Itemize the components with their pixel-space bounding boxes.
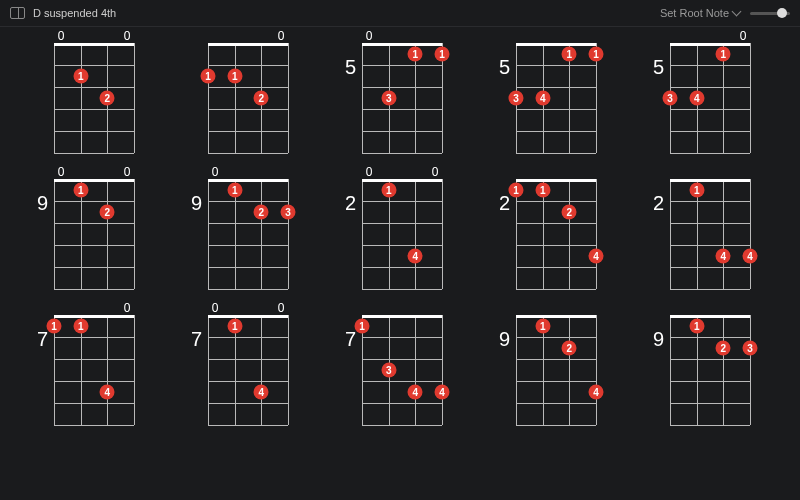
- open-string-indicator: [230, 301, 244, 315]
- finger-dot: 1: [689, 183, 704, 198]
- chord-diagram[interactable]: 9124: [492, 315, 616, 425]
- open-string-indicator: [714, 29, 728, 43]
- open-string-row: 0: [208, 29, 288, 43]
- open-string-indicator: [98, 29, 112, 43]
- finger-dot: 4: [535, 91, 550, 106]
- open-string-indicator: 0: [208, 165, 222, 179]
- finger-dot: 3: [381, 363, 396, 378]
- fret-position-label: 9: [492, 315, 516, 349]
- chord-diagram[interactable]: 70114: [30, 315, 154, 425]
- finger-dot: 2: [254, 91, 269, 106]
- chord-diagram[interactable]: 0112: [184, 43, 308, 153]
- chord-diagram[interactable]: 0012: [30, 43, 154, 153]
- finger-dot: 1: [355, 319, 370, 334]
- open-string-indicator: 0: [274, 29, 288, 43]
- fretboard: 0014: [362, 179, 442, 289]
- fretboard: 0114: [54, 315, 134, 425]
- open-string-indicator: [252, 29, 266, 43]
- open-string-indicator: [670, 29, 684, 43]
- zoom-slider[interactable]: [750, 12, 790, 15]
- fret-position-label: 2: [338, 179, 362, 213]
- finger-dot: 1: [689, 319, 704, 334]
- header-right: Set Root Note: [660, 7, 790, 19]
- finger-dot: 4: [408, 249, 423, 264]
- finger-dot: 4: [743, 249, 758, 264]
- open-string-indicator: 0: [428, 165, 442, 179]
- finger-dot: 1: [381, 183, 396, 198]
- open-string-indicator: 0: [736, 29, 750, 43]
- open-string-indicator: [384, 29, 398, 43]
- finger-dot: 1: [47, 319, 62, 334]
- open-string-indicator: [98, 165, 112, 179]
- finger-dot: 2: [716, 341, 731, 356]
- fret-position-label: 5: [492, 43, 516, 77]
- fretboard: 0112: [208, 43, 288, 153]
- open-string-indicator: [692, 29, 706, 43]
- chord-diagram[interactable]: 90123: [184, 179, 308, 289]
- chord-diagram[interactable]: 2144: [646, 179, 770, 289]
- finger-dot: 4: [254, 385, 269, 400]
- chord-diagram[interactable]: 20014: [338, 179, 462, 289]
- finger-dot: 2: [100, 91, 115, 106]
- fret-position-label: 5: [338, 43, 362, 77]
- set-root-note-label: Set Root Note: [660, 7, 729, 19]
- finger-dot: 1: [73, 319, 88, 334]
- fret-position-label: 2: [646, 179, 670, 213]
- fretboard: 0134: [670, 43, 750, 153]
- open-string-row: 0: [362, 29, 442, 43]
- finger-dot: 1: [509, 183, 524, 198]
- fretboard: 0014: [208, 315, 288, 425]
- chord-diagram[interactable]: 90012: [30, 179, 154, 289]
- open-string-indicator: [428, 29, 442, 43]
- open-string-row: 00: [54, 165, 134, 179]
- finger-dot: 4: [689, 91, 704, 106]
- open-string-indicator: 0: [120, 165, 134, 179]
- finger-dot: 4: [716, 249, 731, 264]
- finger-dot: 4: [100, 385, 115, 400]
- set-root-note-menu[interactable]: Set Root Note: [660, 7, 740, 19]
- finger-dot: 3: [281, 205, 296, 220]
- chord-diagram[interactable]: 71344: [338, 315, 462, 425]
- open-string-indicator: 0: [54, 165, 68, 179]
- open-string-indicator: [406, 29, 420, 43]
- open-string-indicator: [208, 29, 222, 43]
- open-string-indicator: [230, 29, 244, 43]
- open-string-row: 00: [362, 165, 442, 179]
- finger-dot: 1: [716, 47, 731, 62]
- open-string-row: 0: [54, 301, 134, 315]
- chord-diagram[interactable]: 21124: [492, 179, 616, 289]
- slider-thumb[interactable]: [777, 8, 787, 18]
- library-icon[interactable]: [10, 7, 25, 19]
- finger-dot: 1: [435, 47, 450, 62]
- open-string-indicator: [76, 165, 90, 179]
- finger-dot: 1: [201, 69, 216, 84]
- fretboard: 0012: [54, 179, 134, 289]
- open-string-indicator: 0: [120, 29, 134, 43]
- chord-diagram[interactable]: 51134: [492, 43, 616, 153]
- finger-dot: 1: [73, 183, 88, 198]
- chord-grid: 0012011250113511345013490012901232001421…: [0, 27, 800, 441]
- finger-dot: 4: [408, 385, 423, 400]
- fretboard: 123: [670, 315, 750, 425]
- finger-dot: 1: [227, 319, 242, 334]
- fret-position-label: [30, 43, 54, 58]
- finger-dot: 1: [535, 183, 550, 198]
- finger-dot: 1: [227, 69, 242, 84]
- fretboard: 0012: [54, 43, 134, 153]
- fretboard: 0123: [208, 179, 288, 289]
- open-string-indicator: 0: [54, 29, 68, 43]
- fretboard: 0113: [362, 43, 442, 153]
- open-string-indicator: [54, 301, 68, 315]
- chord-diagram[interactable]: 9123: [646, 315, 770, 425]
- finger-dot: 1: [535, 319, 550, 334]
- chord-diagram[interactable]: 50113: [338, 43, 462, 153]
- open-string-row: 0: [208, 165, 288, 179]
- open-string-indicator: [76, 29, 90, 43]
- chord-diagram[interactable]: 50134: [646, 43, 770, 153]
- finger-dot: 3: [743, 341, 758, 356]
- open-string-row: 00: [208, 301, 288, 315]
- chord-diagram[interactable]: 70014: [184, 315, 308, 425]
- open-string-indicator: [252, 301, 266, 315]
- open-string-indicator: 0: [120, 301, 134, 315]
- header: D suspended 4th Set Root Note: [0, 0, 800, 27]
